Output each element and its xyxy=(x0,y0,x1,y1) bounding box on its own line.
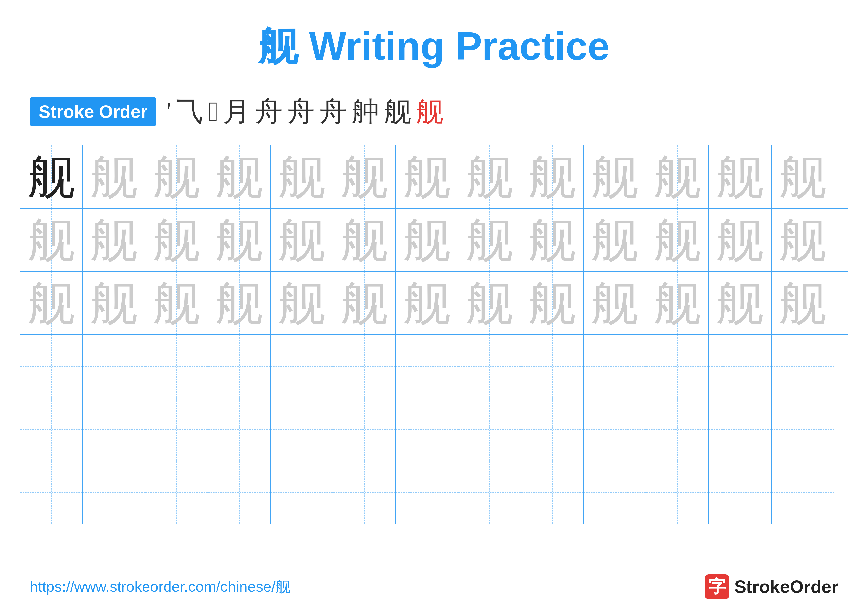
cell-2-6[interactable]: 舰 xyxy=(333,208,396,271)
cell-1-10[interactable]: 舰 xyxy=(584,145,646,208)
cell-5-2[interactable] xyxy=(83,398,146,461)
char-ghost: 舰 xyxy=(153,153,200,201)
cell-4-12[interactable] xyxy=(709,335,772,398)
cell-3-1[interactable]: 舰 xyxy=(20,272,83,334)
cell-1-7[interactable]: 舰 xyxy=(396,145,459,208)
cell-2-4[interactable]: 舰 xyxy=(208,208,271,271)
char-ghost: 舰 xyxy=(216,153,263,201)
cell-5-12[interactable] xyxy=(709,398,772,461)
grid-row-5 xyxy=(20,398,848,461)
cell-5-13[interactable] xyxy=(772,398,834,461)
cell-5-6[interactable] xyxy=(333,398,396,461)
cell-4-1[interactable] xyxy=(20,335,83,398)
cell-5-1[interactable] xyxy=(20,398,83,461)
cell-6-1[interactable] xyxy=(20,461,83,524)
cell-4-9[interactable] xyxy=(521,335,584,398)
cell-6-4[interactable] xyxy=(208,461,271,524)
cell-3-2[interactable]: 舰 xyxy=(83,272,146,334)
cell-4-6[interactable] xyxy=(333,335,396,398)
cell-4-4[interactable] xyxy=(208,335,271,398)
cell-3-6[interactable]: 舰 xyxy=(333,272,396,334)
cell-3-12[interactable]: 舰 xyxy=(709,272,772,334)
cell-3-13[interactable]: 舰 xyxy=(772,272,834,334)
cell-6-2[interactable] xyxy=(83,461,146,524)
char-ghost: 舰 xyxy=(341,280,388,327)
cell-3-7[interactable]: 舰 xyxy=(396,272,459,334)
stroke-10: 舰 xyxy=(416,93,443,130)
char-ghost: 舰 xyxy=(341,153,388,201)
cell-2-2[interactable]: 舰 xyxy=(83,208,146,271)
cell-6-11[interactable] xyxy=(646,461,709,524)
footer-url[interactable]: https://www.strokeorder.com/chinese/舰 xyxy=(30,577,290,597)
cell-2-1[interactable]: 舰 xyxy=(20,208,83,271)
char-ghost: 舰 xyxy=(780,153,826,201)
cell-3-8[interactable]: 舰 xyxy=(459,272,521,334)
cell-2-11[interactable]: 舰 xyxy=(646,208,709,271)
cell-6-5[interactable] xyxy=(271,461,333,524)
cell-4-2[interactable] xyxy=(83,335,146,398)
cell-6-6[interactable] xyxy=(333,461,396,524)
cell-4-7[interactable] xyxy=(396,335,459,398)
cell-3-11[interactable]: 舰 xyxy=(646,272,709,334)
cell-6-10[interactable] xyxy=(584,461,646,524)
cell-5-10[interactable] xyxy=(584,398,646,461)
cell-2-12[interactable]: 舰 xyxy=(709,208,772,271)
cell-1-6[interactable]: 舰 xyxy=(333,145,396,208)
cell-3-5[interactable]: 舰 xyxy=(271,272,333,334)
cell-6-9[interactable] xyxy=(521,461,584,524)
cell-5-3[interactable] xyxy=(146,398,208,461)
cell-4-11[interactable] xyxy=(646,335,709,398)
cell-1-2[interactable]: 舰 xyxy=(83,145,146,208)
cell-6-12[interactable] xyxy=(709,461,772,524)
char-ghost: 舰 xyxy=(278,153,326,201)
cell-1-3[interactable]: 舰 xyxy=(146,145,208,208)
cell-3-9[interactable]: 舰 xyxy=(521,272,584,334)
cell-2-9[interactable]: 舰 xyxy=(521,208,584,271)
strokeorder-logo-text: StrokeOrder xyxy=(735,577,838,597)
cell-2-5[interactable]: 舰 xyxy=(271,208,333,271)
cell-6-7[interactable] xyxy=(396,461,459,524)
cell-1-8[interactable]: 舰 xyxy=(459,145,521,208)
cell-5-4[interactable] xyxy=(208,398,271,461)
char-ghost: 舰 xyxy=(278,280,326,327)
cell-1-4[interactable]: 舰 xyxy=(208,145,271,208)
char-ghost: 舰 xyxy=(529,216,576,264)
cell-5-11[interactable] xyxy=(646,398,709,461)
cell-5-5[interactable] xyxy=(271,398,333,461)
cell-5-8[interactable] xyxy=(459,398,521,461)
cell-6-3[interactable] xyxy=(146,461,208,524)
cell-3-10[interactable]: 舰 xyxy=(584,272,646,334)
cell-1-9[interactable]: 舰 xyxy=(521,145,584,208)
stroke-1: ' xyxy=(166,96,171,127)
cell-3-4[interactable]: 舰 xyxy=(208,272,271,334)
grid-row-3: 舰 舰 舰 舰 舰 舰 舰 舰 舰 舰 舰 舰 舰 xyxy=(20,272,848,335)
cell-2-7[interactable]: 舰 xyxy=(396,208,459,271)
cell-1-5[interactable]: 舰 xyxy=(271,145,333,208)
cell-4-13[interactable] xyxy=(772,335,834,398)
char-ghost: 舰 xyxy=(654,216,701,264)
cell-4-5[interactable] xyxy=(271,335,333,398)
cell-2-3[interactable]: 舰 xyxy=(146,208,208,271)
cell-5-9[interactable] xyxy=(521,398,584,461)
char-ghost: 舰 xyxy=(28,216,75,264)
cell-1-1[interactable]: 舰 xyxy=(20,145,83,208)
cell-6-13[interactable] xyxy=(772,461,834,524)
cell-4-3[interactable] xyxy=(146,335,208,398)
cell-1-13[interactable]: 舰 xyxy=(772,145,834,208)
cell-1-12[interactable]: 舰 xyxy=(709,145,772,208)
char-ghost: 舰 xyxy=(591,280,639,327)
cell-2-13[interactable]: 舰 xyxy=(772,208,834,271)
cell-5-7[interactable] xyxy=(396,398,459,461)
char-ghost: 舰 xyxy=(716,280,764,327)
cell-4-10[interactable] xyxy=(584,335,646,398)
char-ghost: 舰 xyxy=(403,153,451,201)
cell-6-8[interactable] xyxy=(459,461,521,524)
cell-2-8[interactable]: 舰 xyxy=(459,208,521,271)
cell-2-10[interactable]: 舰 xyxy=(584,208,646,271)
cell-4-8[interactable] xyxy=(459,335,521,398)
stroke-9: 舰 xyxy=(384,93,411,130)
cell-3-3[interactable]: 舰 xyxy=(146,272,208,334)
footer-logo: 字 StrokeOrder xyxy=(705,574,838,599)
cell-1-11[interactable]: 舰 xyxy=(646,145,709,208)
stroke-sequence: ' ⺄ 𠃌 月 舟 舟 舟 舯 舰 舰 xyxy=(166,93,443,130)
